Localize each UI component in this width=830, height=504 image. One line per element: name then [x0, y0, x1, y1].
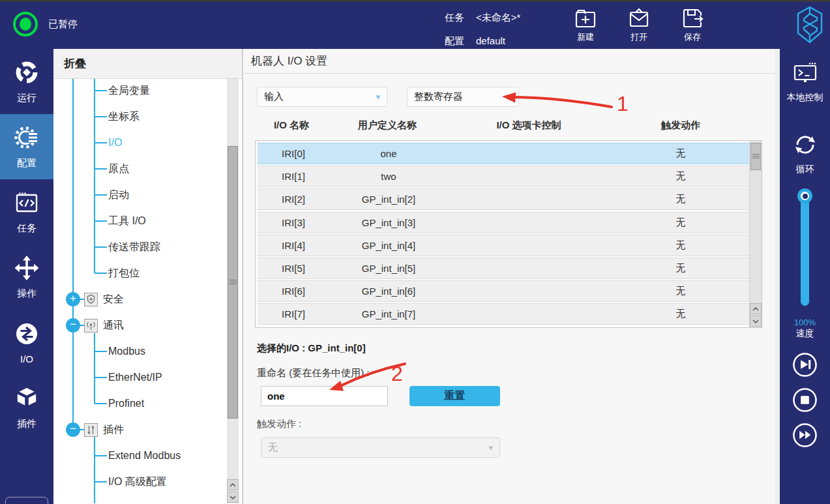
chevron-down-icon: ▾ — [376, 92, 380, 102]
column-header: 用户定义名称 — [328, 119, 447, 132]
io-table: IRI[0]one无IRI[1]two无IRI[2]GP_int_in[2]无I… — [255, 140, 762, 328]
open-file-icon — [627, 7, 651, 30]
step-to-end-button[interactable] — [792, 352, 818, 378]
nav-item-task[interactable]: 任务 — [0, 179, 53, 245]
collapse-tree-button[interactable]: 折叠 — [53, 49, 242, 79]
table-row-IRI[7][interactable]: IRI[7]GP_int_in[7]无 — [258, 303, 749, 325]
tree-item-1[interactable]: 坐标系 — [108, 110, 140, 124]
left-nav-rail: 运行 配置 任务 操作 I/O 插件 — [0, 49, 53, 504]
column-header: I/O 名称 — [255, 119, 328, 132]
tree-item-13[interactable]: 插件 — [103, 422, 124, 437]
robot-status-text: 已暂停 — [48, 18, 78, 31]
table-row-IRI[0][interactable]: IRI[0]one无 — [258, 143, 749, 164]
save-button[interactable]: 保存 — [681, 7, 704, 43]
config-label: 配置 — [445, 29, 464, 53]
nav-item-run[interactable]: 运行 — [0, 49, 53, 114]
loop-mode-button[interactable]: 循环 — [780, 131, 830, 175]
right-toolbar: 本地控制 循环 100% 速度 — [780, 49, 830, 504]
rename-label: 重命名 (要在任务中使用) : — [257, 367, 370, 379]
shield-icon — [84, 293, 98, 306]
new-file-icon — [574, 7, 597, 30]
tree-item-6[interactable]: 传送带跟踪 — [108, 240, 160, 254]
tree-item-10[interactable]: Modbus — [108, 344, 145, 359]
new-button[interactable]: 新建 — [574, 7, 597, 43]
loop-icon — [792, 131, 819, 160]
tree-scrollbar-thumb[interactable] — [228, 146, 238, 419]
local-control-button[interactable]: 本地控制 — [780, 62, 830, 104]
table-scrollbar[interactable] — [749, 141, 762, 327]
rename-input[interactable] — [261, 386, 388, 406]
tree-item-3[interactable]: 原点 — [108, 162, 129, 176]
io-swap-icon — [14, 321, 40, 349]
table-scrollbar-thumb[interactable] — [750, 143, 761, 170]
table-row-IRI[6][interactable]: IRI[6]GP_int_in[6]无 — [258, 280, 749, 302]
tree-expander-expanded[interactable]: − — [66, 422, 80, 437]
table-scroll-down-button[interactable] — [750, 316, 762, 327]
move-arrows-icon — [14, 255, 40, 283]
code-window-icon — [14, 190, 40, 218]
nav-item-config[interactable]: 配置 — [0, 114, 53, 179]
stop-button[interactable] — [792, 387, 818, 413]
tree-item-12[interactable]: Profinet — [108, 396, 144, 411]
sidebar-bottom-button[interactable] — [5, 497, 48, 504]
io-direction-dropdown[interactable]: 输入 ▾ — [257, 87, 387, 107]
nav-item-io[interactable]: I/O — [0, 310, 53, 375]
speed-percentage: 100% — [780, 318, 830, 327]
tree-item-2[interactable]: I/O — [108, 136, 122, 150]
tree-connector-lines — [53, 79, 243, 503]
save-icon — [681, 7, 704, 30]
config-name: default — [476, 29, 505, 53]
tree-item-7[interactable]: 打包位 — [108, 266, 140, 280]
speed-label: 速度 — [780, 328, 830, 340]
robot-status-icon — [13, 12, 38, 37]
task-name: <未命名>* — [476, 6, 520, 29]
tree-scroll-up-button[interactable] — [227, 479, 239, 490]
column-header: I/O 选项卡控制 — [447, 119, 611, 132]
table-row-IRI[3][interactable]: IRI[3]GP_int_in[3]无 — [258, 212, 749, 233]
config-tree-items: 全局变量坐标系I/O原点启动工具 I/O传送带跟踪打包位+安全−通讯Modbus… — [53, 79, 243, 503]
sliders-icon — [84, 423, 98, 437]
antenna-icon — [84, 319, 98, 333]
speed-slider-thumb[interactable] — [797, 188, 812, 203]
table-row-IRI[2][interactable]: IRI[2]GP_int_in[2]无 — [258, 188, 749, 210]
tree-expander-collapsed[interactable]: + — [66, 292, 80, 306]
tree-item-15[interactable]: I/O 高级配置 — [108, 475, 167, 489]
window-top-strip — [0, 0, 830, 2]
io-table-header: I/O 名称用户定义名称I/O 选项卡控制触发动作 — [255, 119, 750, 132]
io-table-body: IRI[0]one无IRI[1]two无IRI[2]GP_int_in[2]无I… — [256, 141, 749, 327]
config-tree-panel: 折叠 全局变量坐标系I/O原点启动工具 I/O传送带跟踪打包位+安全−通讯Mod… — [53, 49, 243, 504]
io-type-dropdown[interactable]: 整数寄存器 ▾ — [407, 87, 519, 107]
fast-forward-button[interactable] — [792, 422, 818, 448]
local-control-icon — [792, 62, 819, 89]
tree-scrollbar[interactable] — [227, 79, 239, 503]
nav-item-plugin[interactable]: 插件 — [0, 375, 53, 440]
tree-scroll-down-button[interactable] — [227, 492, 239, 503]
open-button[interactable]: 打开 — [627, 7, 651, 43]
reset-button[interactable]: 重置 — [409, 386, 500, 406]
run-icon — [14, 59, 40, 87]
tree-item-4[interactable]: 启动 — [108, 188, 129, 202]
tree-item-8[interactable]: 安全 — [103, 292, 124, 306]
tree-item-14[interactable]: Extend Modbus — [108, 449, 181, 463]
chevron-down-icon: ▾ — [507, 92, 512, 102]
tree-item-5[interactable]: 工具 I/O — [108, 214, 146, 228]
chevron-down-icon: ▾ — [488, 443, 493, 452]
gear-icon — [14, 125, 40, 153]
cube-icon — [14, 385, 40, 413]
selected-io-text: 选择的I/O : GP_int_in[0] — [257, 342, 366, 355]
table-row-IRI[4][interactable]: IRI[4]GP_int_in[4]无 — [258, 235, 749, 256]
tree-item-9[interactable]: 通讯 — [103, 318, 124, 333]
tree-item-11[interactable]: EtherNet/IP — [108, 370, 162, 385]
trigger-action-dropdown[interactable]: 无 ▾ — [261, 437, 500, 458]
tree-expander-expanded[interactable]: − — [66, 318, 80, 333]
table-row-IRI[5][interactable]: IRI[5]GP_int_in[5]无 — [258, 258, 749, 279]
io-settings-panel: 机器人 I/O 设置 输入 ▾ 整数寄存器 ▾ I/O 名称用户定义名称I/O … — [243, 49, 775, 504]
speed-slider-track[interactable] — [801, 198, 809, 306]
nav-item-move[interactable]: 操作 — [0, 245, 53, 310]
table-scroll-up-button[interactable] — [750, 303, 762, 314]
trigger-action-label: 触发动作 : — [257, 418, 301, 430]
table-row-IRI[1][interactable]: IRI[1]two无 — [258, 166, 749, 187]
column-header: 触发动作 — [611, 119, 750, 132]
top-bar: 已暂停 任务<未命名>* 配置default 新建 打开 保存 — [0, 0, 830, 49]
tree-item-0[interactable]: 全局变量 — [108, 83, 150, 98]
